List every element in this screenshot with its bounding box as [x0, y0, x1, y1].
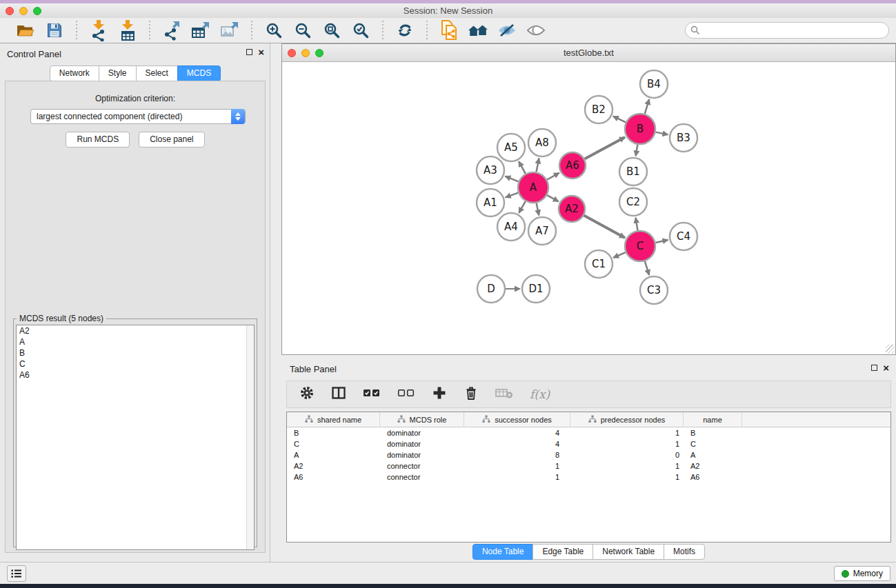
tab-motifs[interactable]: Motifs	[664, 544, 705, 560]
minimize-window-button[interactable]	[19, 7, 28, 15]
graph-node-B2[interactable]: B2	[585, 96, 613, 123]
list-icon	[11, 569, 22, 578]
mcds-result-item[interactable]: C	[17, 358, 254, 369]
add-row-plus-icon[interactable]	[432, 385, 447, 403]
zoom-out-icon[interactable]	[292, 20, 314, 41]
edge-C-C1	[613, 252, 626, 258]
graph-node-B4[interactable]: B4	[640, 70, 668, 98]
graph-node-A4[interactable]: A4	[497, 213, 525, 241]
tab-mcds[interactable]: MCDS	[177, 65, 221, 81]
import-table-icon[interactable]	[117, 20, 139, 41]
save-icon[interactable]	[43, 20, 66, 41]
graph-node-label: A8	[535, 136, 549, 149]
unselect-all-columns-icon[interactable]	[397, 388, 415, 401]
graph-node-D[interactable]: D	[477, 275, 505, 303]
show-eye-icon[interactable]	[525, 20, 547, 41]
column-header-successor-nodes[interactable]: successor nodes	[464, 412, 570, 427]
tab-network[interactable]: Network	[50, 65, 99, 81]
column-header-shared-name[interactable]: shared name	[287, 412, 380, 427]
table-cell: C	[287, 440, 380, 448]
settings-gear-icon[interactable]	[299, 385, 315, 403]
run-mcds-button[interactable]: Run MCDS	[66, 132, 130, 148]
mcds-result-item[interactable]: A	[17, 336, 254, 347]
table-row[interactable]: Cdominator41C	[287, 438, 890, 449]
graph-node-B[interactable]: B	[625, 114, 655, 144]
graph-node-A7[interactable]: A7	[528, 217, 556, 245]
delete-row-trash-icon[interactable]	[464, 385, 479, 403]
graph-node-A6[interactable]: A6	[559, 152, 586, 179]
table-row[interactable]: Bdominator41B	[287, 427, 890, 438]
toolbar-separator	[251, 21, 252, 40]
graph-node-C[interactable]: C	[625, 231, 655, 261]
network-graph: B4B2BB3A8A5A6A3B1AC2A1A2A4A7C4CC1C3DD1	[282, 62, 895, 354]
table-row[interactable]: A2connector11A2	[287, 460, 890, 472]
zoom-window-button[interactable]	[33, 7, 41, 15]
duplicate-network-icon[interactable]	[438, 20, 460, 41]
memory-button[interactable]: Memory	[834, 566, 890, 581]
open-icon[interactable]	[14, 20, 37, 41]
close-panel-button[interactable]: Close panel	[139, 132, 204, 148]
import-network-icon[interactable]	[88, 20, 110, 41]
graph-node-A[interactable]: A	[518, 172, 548, 203]
table-row[interactable]: Adominator80A	[287, 449, 890, 460]
zoom-network-button[interactable]	[315, 49, 323, 57]
column-header-mcds-role[interactable]: MCDS role	[380, 412, 464, 427]
export-table-icon[interactable]	[190, 20, 212, 41]
close-network-button[interactable]	[288, 49, 296, 57]
graph-node-C1[interactable]: C1	[585, 250, 613, 278]
home-icon[interactable]	[467, 20, 489, 41]
graph-node-A5[interactable]: A5	[497, 134, 525, 161]
table-cell: A	[287, 451, 380, 459]
graph-node-A3[interactable]: A3	[477, 156, 504, 184]
mcds-result-item[interactable]: B	[17, 347, 254, 358]
graph-node-C3[interactable]: C3	[640, 276, 668, 304]
close-window-button[interactable]	[6, 7, 14, 15]
graph-node-B1[interactable]: B1	[619, 158, 647, 185]
scrollbar-track[interactable]	[246, 325, 254, 549]
export-image-icon[interactable]	[219, 20, 241, 41]
mcds-result-list[interactable]: A2ABCA6	[16, 325, 255, 550]
zoom-selected-icon[interactable]	[350, 20, 372, 41]
graph-node-C2[interactable]: C2	[619, 188, 647, 216]
tab-edge-table[interactable]: Edge Table	[532, 544, 593, 560]
float-table-panel-icon[interactable]	[871, 365, 877, 371]
mcds-result-item[interactable]: A2	[17, 325, 254, 336]
network-canvas[interactable]: B4B2BB3A8A5A6A3B1AC2A1A2A4A7C4CC1C3DD1	[282, 62, 895, 354]
tab-network-table[interactable]: Network Table	[593, 544, 664, 560]
close-table-panel-icon[interactable]: ×	[883, 364, 889, 372]
table-cell: 8	[464, 451, 570, 459]
graph-node-A8[interactable]: A8	[528, 129, 556, 156]
column-header-predecessor-nodes[interactable]: predecessor nodes	[570, 412, 684, 427]
select-all-columns-icon[interactable]	[363, 388, 381, 401]
tab-node-table[interactable]: Node Table	[472, 544, 534, 560]
refresh-icon[interactable]	[394, 20, 416, 41]
graph-node-C4[interactable]: C4	[670, 223, 697, 250]
zoom-in-icon[interactable]	[263, 20, 285, 41]
search-input[interactable]	[685, 22, 889, 39]
mcds-result-item[interactable]: A6	[17, 369, 254, 381]
resize-grip-icon[interactable]	[886, 345, 895, 354]
table-row[interactable]: A6connector11A6	[287, 472, 890, 483]
network-view-window: testGlobe.txt B4B2BB3A8A5A6A3B1AC2A1A2A4…	[281, 43, 896, 355]
edge-C-C2	[636, 218, 638, 231]
optimization-criterion-value: largest connected component (directed)	[37, 112, 182, 121]
graph-node-B3[interactable]: B3	[670, 124, 697, 152]
graph-node-A1[interactable]: A1	[477, 189, 504, 216]
tab-select[interactable]: Select	[136, 65, 178, 81]
column-header-name[interactable]: name	[684, 412, 742, 427]
zoom-fit-icon[interactable]	[321, 20, 343, 41]
close-panel-icon[interactable]: ×	[258, 48, 264, 56]
graph-node-D1[interactable]: D1	[522, 275, 550, 303]
hide-unselected-eye-icon[interactable]	[496, 20, 518, 41]
export-network-icon[interactable]	[161, 20, 183, 41]
task-history-button[interactable]	[7, 565, 26, 582]
optimization-criterion-select[interactable]: largest connected component (directed)	[30, 109, 246, 124]
edge-A-A2	[547, 195, 559, 201]
minimize-network-button[interactable]	[301, 49, 310, 57]
graph-node-label: A1	[484, 196, 497, 209]
graph-node-A2[interactable]: A2	[559, 196, 585, 222]
tab-style[interactable]: Style	[99, 65, 137, 81]
show-columns-icon[interactable]	[331, 385, 346, 403]
float-panel-icon[interactable]	[246, 49, 252, 55]
main-toolbar	[0, 18, 896, 43]
